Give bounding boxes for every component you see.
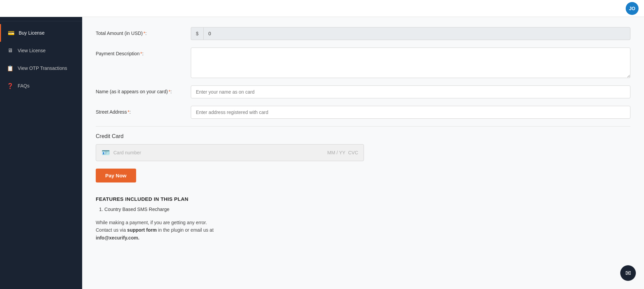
sidebar-nav: 💳 Buy License 🖥 View License 📋 View OTP …: [0, 24, 82, 95]
features-list: 1. Country Based SMS Recharge: [96, 207, 630, 212]
topbar-right: JO: [626, 2, 639, 15]
payment-note: While making a payment, if you are getti…: [96, 219, 630, 242]
sidebar-item-faqs-label: FAQs: [18, 83, 30, 89]
payment-desc-required: *: [140, 51, 142, 56]
name-row: Name (as it appears on your card)*:: [96, 85, 630, 98]
monitor-icon: 🖥: [7, 47, 14, 54]
features-section: FEATURES INCLUDED IN THIS PLAN 1. Countr…: [96, 196, 630, 242]
name-label: Name (as it appears on your card)*:: [96, 85, 184, 94]
amount-input[interactable]: [203, 27, 630, 40]
total-amount-required: *: [144, 31, 145, 36]
address-row: Street Address*:: [96, 106, 630, 119]
list-icon: 📋: [7, 65, 14, 72]
features-title: FEATURES INCLUDED IN THIS PLAN: [96, 196, 630, 202]
total-amount-row: Total Amount (in USD)*: $: [96, 27, 630, 40]
chat-button[interactable]: ✉: [620, 265, 636, 281]
sidebar-item-faqs[interactable]: ❓ FAQs: [0, 77, 82, 95]
faq-icon: ❓: [7, 82, 14, 89]
address-required: *: [128, 109, 129, 115]
sidebar: xecurify by miniOrange 💳 Buy License 🖥 V…: [0, 0, 82, 289]
address-label: Street Address*:: [96, 106, 184, 115]
expiry-placeholder: MM / YY: [327, 150, 345, 155]
payment-desc-label: Payment Description*:: [96, 47, 184, 56]
sidebar-inner: xecurify by miniOrange 💳 Buy License 🖥 V…: [0, 0, 82, 289]
card-icon: 🪪: [102, 149, 110, 157]
note-line1: While making a payment, if you are getti…: [96, 220, 207, 225]
feature-item-1: 1. Country Based SMS Recharge: [99, 207, 630, 212]
sidebar-item-view-license-label: View License: [18, 48, 45, 53]
payment-desc-textarea[interactable]: [191, 47, 630, 78]
card-number-placeholder: Card number: [113, 150, 327, 155]
main-content: Total Amount (in USD)*: $ Payment Descri…: [82, 17, 644, 289]
topbar: JO: [0, 0, 644, 17]
credit-card-label: Credit Card: [96, 133, 630, 139]
card-expiry-cvc: MM / YY CVC: [327, 150, 358, 155]
sidebar-item-view-license[interactable]: 🖥 View License: [0, 42, 82, 59]
credit-card-icon: 💳: [8, 30, 15, 36]
user-avatar[interactable]: JO: [626, 2, 639, 15]
sidebar-item-view-otp-label: View OTP Transactions: [18, 65, 67, 71]
name-required: *: [168, 89, 170, 94]
pay-now-button[interactable]: Pay Now: [96, 169, 136, 182]
note-line3: in the plugin or email us at: [158, 227, 214, 233]
currency-symbol: $: [191, 27, 203, 40]
payment-desc-row: Payment Description*:: [96, 47, 630, 78]
sidebar-item-buy-license-label: Buy License: [19, 30, 44, 36]
amount-wrapper: $: [191, 27, 630, 40]
divider: [96, 126, 630, 127]
support-form-link[interactable]: support form: [127, 227, 157, 233]
total-amount-label: Total Amount (in USD)*:: [96, 27, 184, 36]
email-address: info@xecurify.com.: [96, 235, 140, 240]
name-input[interactable]: [191, 85, 630, 98]
cvc-placeholder: CVC: [348, 150, 358, 155]
note-line2: Contact us via: [96, 227, 126, 233]
address-input[interactable]: [191, 106, 630, 119]
sidebar-item-buy-license[interactable]: 💳 Buy License: [0, 24, 82, 42]
card-input-wrapper[interactable]: 🪪 Card number MM / YY CVC: [96, 144, 364, 161]
sidebar-item-view-otp[interactable]: 📋 View OTP Transactions: [0, 59, 82, 77]
